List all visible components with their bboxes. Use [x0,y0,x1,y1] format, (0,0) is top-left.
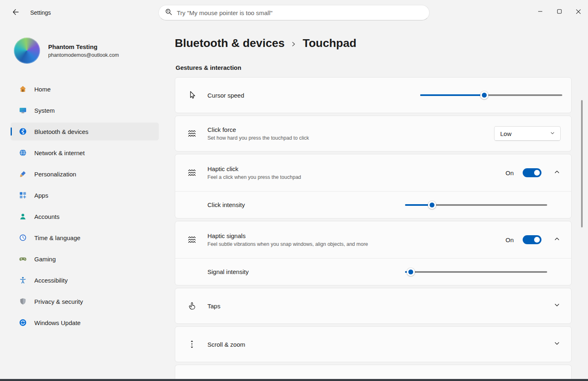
partial-next-card [175,365,572,379]
taps-card: Taps [175,288,572,324]
sidebar-item-label: Privacy & security [34,298,83,305]
main-content: Bluetooth & devices Touchpad Gestures & … [159,25,588,379]
profile-name: Phantom Testing [48,43,119,50]
sidebar-item-label: Apps [34,192,48,199]
profile-email: phantomodemos@outlook.com [48,52,119,58]
sidebar-item-accounts[interactable]: Accounts [11,207,159,225]
haptic-click-collapse-button[interactable] [551,167,563,179]
profile-section[interactable]: Phantom Testing phantomodemos@outlook.co… [14,38,159,64]
click-intensity-slider[interactable] [405,201,547,209]
sidebar-item-label: Windows Update [34,319,80,326]
slider-track[interactable] [405,271,547,273]
tap-hand-icon [187,301,197,311]
chevron-down-icon [553,340,561,349]
sidebar-item-system[interactable]: System [11,101,159,119]
slider-thumb[interactable] [407,268,415,276]
haptic-click-card: Haptic click Feel a click when you press… [175,154,572,218]
sidebar-item-gaming[interactable]: Gaming [11,250,159,268]
accessibility-icon [19,276,27,284]
sidebar-item-label: Time & language [34,234,80,241]
haptic-signals-label: Haptic signals [207,232,506,239]
sidebar: Phantom Testing phantomodemos@outlook.co… [0,25,159,379]
haptic-click-label: Haptic click [207,165,506,172]
cursor-icon [187,90,197,100]
slider-fill [420,94,484,96]
sidebar-item-home[interactable]: Home [11,80,159,98]
back-arrow-icon [12,9,19,17]
click-force-description: Set how hard you press the touchpad to c… [207,135,494,141]
sidebar-nav: Home System Bluetooth & devices Network … [11,80,159,332]
sidebar-item-label: Gaming [34,256,56,263]
haptic-click-toggle-state: On [506,169,514,176]
taps-label: Taps [207,303,551,310]
bluetooth-icon [19,127,27,136]
sidebar-item-network-internet[interactable]: Network & internet [11,144,159,162]
haptic-signals-description: Feel subtle vibrations when you snap win… [207,241,506,247]
back-button[interactable] [7,5,24,20]
haptic-signals-toggle[interactable] [523,235,541,244]
system-icon [19,106,27,114]
scroll-zoom-label: Scroll & zoom [207,341,551,348]
window-controls [530,0,588,23]
sidebar-item-apps[interactable]: Apps [11,186,159,204]
chevron-up-icon [553,235,561,244]
maximize-icon [557,9,562,14]
click-force-card: Click force Set how hard you press the t… [175,116,572,152]
haptic-click-toggle[interactable] [523,168,541,177]
app-title: Settings [30,9,51,16]
minimize-icon [538,9,543,14]
haptic-signals-toggle-state: On [506,236,514,243]
breadcrumb: Bluetooth & devices Touchpad [175,37,572,50]
click-intensity-label: Click intensity [207,201,405,208]
titlebar: Settings [0,0,588,25]
sidebar-item-windows-update[interactable]: Windows Update [11,314,159,332]
haptic-waves-icon [187,235,197,245]
minimize-button[interactable] [530,0,550,23]
sidebar-item-privacy-security[interactable]: Privacy & security [11,292,159,310]
breadcrumb-parent[interactable]: Bluetooth & devices [175,37,285,50]
haptic-click-description: Feel a click when you press the touchpad [207,174,506,180]
close-button[interactable] [569,0,588,23]
scroll-zoom-expand-button[interactable] [551,338,563,350]
sidebar-item-time-language[interactable]: Time & language [11,229,159,247]
chevron-up-icon [553,168,561,177]
search-box[interactable] [158,5,430,20]
settings-window: Settings [0,0,588,381]
gaming-icon [19,255,27,263]
window-bottom-edge [0,379,588,381]
apps-icon [19,191,27,199]
sidebar-item-label: Personalization [34,171,76,178]
sidebar-item-personalization[interactable]: Personalization [11,165,159,183]
search-input[interactable] [177,9,423,16]
vertical-scrollbar[interactable] [581,100,583,227]
cursor-speed-slider[interactable] [420,91,562,99]
taps-expand-button[interactable] [551,300,563,312]
slider-thumb[interactable] [480,91,488,99]
cursor-speed-card: Cursor speed [175,77,572,113]
accounts-icon [19,212,27,221]
haptic-signals-collapse-button[interactable] [551,234,563,246]
home-icon [19,85,27,93]
haptic-signals-card: Haptic signals Feel subtle vibrations wh… [175,221,572,285]
sidebar-item-accessibility[interactable]: Accessibility [11,271,159,289]
maximize-button[interactable] [550,0,569,23]
chevron-down-icon [553,301,561,310]
click-force-dropdown[interactable]: Low [494,126,561,141]
haptic-waves-icon [187,168,197,178]
chevron-down-icon [550,130,555,137]
signal-intensity-slider[interactable] [405,268,547,276]
search-icon [165,8,173,18]
sidebar-item-label: Home [34,86,51,93]
sidebar-item-label: System [34,107,55,114]
sidebar-item-label: Network & internet [34,149,85,156]
scroll-zoom-card: Scroll & zoom [175,326,572,362]
network-icon [19,149,27,157]
slider-thumb[interactable] [428,201,436,209]
personalization-icon [19,170,27,178]
sidebar-item-label: Bluetooth & devices [34,128,89,135]
sidebar-item-bluetooth-devices[interactable]: Bluetooth & devices [11,123,159,140]
chevron-right-icon [290,41,297,47]
close-icon [576,9,581,14]
sidebar-item-label: Accessibility [34,277,68,284]
page-title: Touchpad [303,37,356,50]
